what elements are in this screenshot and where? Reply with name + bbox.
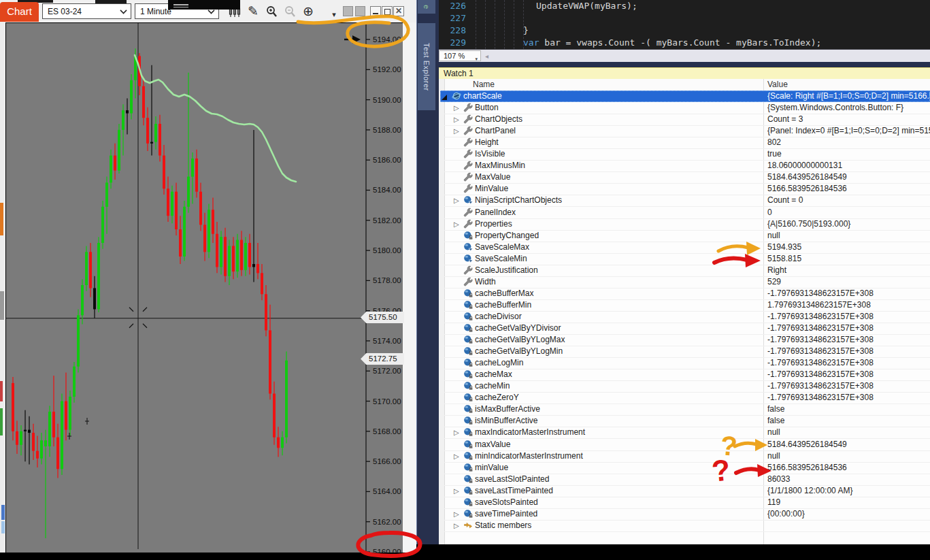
watch-name[interactable]: cacheLogMin (475, 357, 523, 369)
watch-name[interactable]: chartScale (463, 90, 502, 102)
watch-name[interactable]: minValue (475, 462, 508, 474)
watch-row-PanelIndex[interactable]: PanelIndex0 (444, 207, 930, 219)
watch-row-Static-members[interactable]: ▷Static members (444, 520, 930, 532)
code-line[interactable]: var bar = vwaps.Count -( myBars.Count - … (523, 37, 821, 48)
watch-row-ScaleJustification[interactable]: ScaleJustificationRight (444, 265, 930, 277)
watch-name[interactable]: saveLastSlotPainted (475, 474, 549, 485)
watch-row-cacheZeroY[interactable]: cacheZeroY-1.7976931348623157E+308 (444, 392, 930, 404)
watch-name[interactable]: cacheGetValByYDivisor (475, 323, 561, 334)
watch-row-cacheDivisor[interactable]: cacheDivisor-1.7976931348623157E+308 (444, 311, 930, 323)
watch-value[interactable]: {System.Windows.Controls.Button: F} (767, 102, 930, 114)
watch-value[interactable]: null (767, 230, 930, 242)
watch-name[interactable]: Static members (475, 520, 531, 531)
watch-value[interactable]: -1.7976931348623157E+308 (767, 288, 930, 299)
tab-chart[interactable]: Chart (0, 2, 39, 22)
watch-name[interactable]: IsVisible (475, 148, 505, 160)
watch-value[interactable]: -1.7976931348623157E+308 (767, 334, 930, 346)
watch-name[interactable]: SaveScaleMin (475, 253, 527, 265)
expander-collapsed-icon[interactable]: ▷ (454, 195, 459, 206)
expander-collapsed-icon[interactable]: ▷ (454, 520, 459, 531)
watch-value[interactable]: {A|5160.750|5193.000} (767, 218, 930, 230)
watch-row-saveLastTimePainted[interactable]: ▷saveLastTimePainted{1/1/1800 12:00:00 A… (444, 485, 930, 497)
watch-name[interactable]: Height (475, 137, 499, 148)
watch-value[interactable]: 5166.5839526184536 (767, 462, 930, 474)
watch-value[interactable]: {00:00:00} (767, 508, 930, 520)
watch-name[interactable]: cacheDivisor (475, 311, 522, 323)
watch-name[interactable]: isMinBufferActive (475, 415, 537, 427)
watch-value[interactable]: 5194.935 (767, 242, 930, 253)
watch-value[interactable]: 529 (767, 276, 930, 288)
watch-value[interactable]: {Scale: Right #[B=1;I=0;S=0;D=2] min=516… (767, 90, 930, 102)
watch-name[interactable]: Properties (475, 218, 512, 230)
watch-row-minValue[interactable]: minValue5166.5839526184536 (444, 462, 930, 474)
close-icon[interactable]: ✕ (393, 6, 404, 16)
watch-name[interactable]: Width (475, 276, 496, 288)
watch-value[interactable]: -1.7976931348623157E+308 (767, 369, 930, 380)
watch-row-maxValue[interactable]: maxValue5184.6439526184549 (444, 439, 930, 451)
restore-icon[interactable] (382, 6, 393, 16)
zoom-in-icon[interactable] (265, 5, 280, 18)
code-line[interactable]: } (523, 25, 529, 35)
watch-value[interactable]: 802 (767, 137, 930, 148)
watch-row-minIndicatorMasterInstrument[interactable]: ▷minIndicatorMasterInstrumentnull (444, 450, 930, 463)
expander-collapsed-icon[interactable]: ▷ (454, 508, 459, 520)
watch-name[interactable]: cacheZeroY (475, 392, 519, 403)
watch-name[interactable]: cacheGetValByYLogMax (475, 334, 565, 346)
code-line[interactable]: UpdateVWAP(myBars); (536, 1, 637, 11)
watch-value[interactable]: 5184.6439526184549 (767, 439, 930, 450)
watch-row-NinjaScriptChartObjects[interactable]: ▷NinjaScriptChartObjectsCount = 0 (444, 195, 930, 207)
watch-row-cacheGetValByYLogMin[interactable]: cacheGetValByYLogMin-1.7976931348623157E… (444, 346, 930, 358)
watch-row-cacheLogMin[interactable]: cacheLogMin-1.7976931348623157E+308 (444, 357, 930, 369)
watch-name[interactable]: ScaleJustification (475, 265, 538, 276)
watch-value[interactable]: null (767, 450, 930, 462)
watch-value[interactable]: 1.7976931348623157E+308 (767, 299, 930, 311)
watch-row-chartScale[interactable]: chartScale{Scale: Right #[B=1;I=0;S=0;D=… (440, 90, 930, 102)
dropdown-caret-icon[interactable]: ▾ (329, 8, 339, 20)
watch-name[interactable]: ChartPanel (475, 125, 516, 137)
watch-value[interactable]: 86033 (767, 474, 930, 485)
watch-row-isMinBufferActive[interactable]: isMinBufferActivefalse (444, 415, 930, 427)
watch-value[interactable]: {Panel: Index=0 #[B=1;I=0;S=0;D=2] min=5… (767, 125, 930, 137)
watch-row-saveLastSlotPainted[interactable]: saveLastSlotPainted86033 (444, 474, 930, 486)
watch-name[interactable]: saveTimePainted (475, 508, 537, 520)
watch-row-saveSlotsPainted[interactable]: saveSlotsPainted119 (444, 497, 930, 509)
instrument-select[interactable]: ES 03-24 (42, 3, 131, 19)
watch-value[interactable]: null (767, 427, 930, 438)
sidebar-tab-clipped[interactable]: e (418, 0, 435, 14)
expander-expanded-icon[interactable] (442, 95, 447, 100)
watch-row-IsVisible[interactable]: IsVisibletrue (444, 148, 930, 161)
hscroll-left-icon[interactable]: ◂ (485, 52, 488, 60)
style-swatch-2[interactable] (355, 6, 365, 16)
watch-name[interactable]: MaxMinusMin (475, 160, 525, 171)
watch-name[interactable]: ChartObjects (475, 114, 522, 125)
watch-name[interactable]: cacheMin (475, 380, 510, 392)
watch-name[interactable]: minIndicatorMasterInstrument (475, 450, 583, 462)
watch-name[interactable]: maxIndicatorMasterInstrument (475, 427, 585, 438)
watch-row-ChartPanel[interactable]: ▷ChartPanel{Panel: Index=0 #[B=1;I=0;S=0… (444, 125, 930, 137)
watch-name[interactable]: MaxValue (475, 171, 510, 183)
watch-value[interactable]: 5166.5839526184536 (767, 183, 930, 195)
watch-value[interactable]: 5184.6439526184549 (767, 171, 930, 183)
sidebar-tab-test-explorer[interactable]: Test Explorer (418, 23, 435, 110)
watch-value[interactable]: Count = 3 (767, 114, 930, 125)
watch-value[interactable]: 119 (767, 497, 930, 508)
watch-value[interactable]: {1/1/1800 12:00:00 AM} (767, 485, 930, 497)
style-swatch-1[interactable] (343, 6, 353, 16)
watch-row-Properties[interactable]: ▷Properties{A|5160.750|5193.000} (444, 218, 930, 231)
expander-collapsed-icon[interactable]: ▷ (454, 427, 459, 438)
watch-row-Height[interactable]: Height802 (444, 137, 930, 149)
watch-row-maxIndicatorMasterInstrument[interactable]: ▷maxIndicatorMasterInstrumentnull (444, 427, 930, 439)
watch-row-cacheMin[interactable]: cacheMin-1.7976931348623157E+308 (444, 380, 930, 393)
watch-row-cacheBufferMax[interactable]: cacheBufferMax-1.7976931348623157E+308 (444, 288, 930, 300)
watch-value[interactable]: -1.7976931348623157E+308 (767, 357, 930, 369)
crosshair-icon[interactable]: ⊕ (301, 5, 316, 18)
watch-name[interactable]: saveLastTimePainted (475, 485, 553, 497)
watch-value[interactable]: -1.7976931348623157E+308 (767, 380, 930, 392)
watch-value[interactable]: true (767, 148, 930, 160)
watch-row-MinValue[interactable]: MinValue5166.5839526184536 (444, 183, 930, 195)
watch-row-cacheGetValByYDivisor[interactable]: cacheGetValByYDivisor-1.7976931348623157… (444, 323, 930, 335)
expander-collapsed-icon[interactable]: ▷ (454, 218, 459, 230)
watch-name[interactable]: maxValue (475, 439, 510, 450)
watch-row-SaveScaleMin[interactable]: SaveScaleMin5158.815 (444, 253, 930, 265)
watch-name[interactable]: saveSlotsPainted (475, 497, 538, 508)
